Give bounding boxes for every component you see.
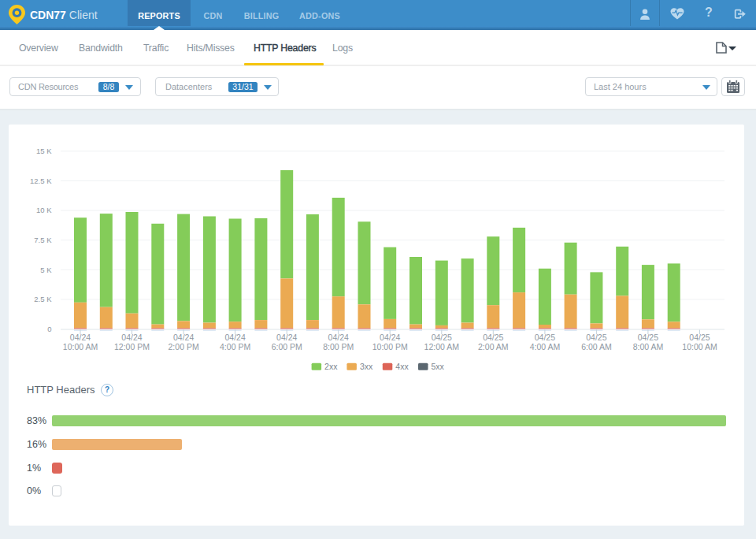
svg-text:10:00 AM: 10:00 AM (682, 342, 717, 351)
svg-text:6:00 PM: 6:00 PM (272, 342, 302, 351)
svg-text:5xx: 5xx (432, 362, 445, 371)
svg-text:7.5 K: 7.5 K (34, 236, 52, 244)
svg-text:04/25: 04/25 (535, 333, 555, 342)
svg-text:2xx: 2xx (324, 362, 338, 371)
svg-text:04/24: 04/24 (380, 333, 400, 342)
svg-text:2.5 K: 2.5 K (34, 295, 52, 303)
svg-text:4xx: 4xx (395, 362, 409, 371)
svg-text:8:00 AM: 8:00 AM (633, 342, 664, 351)
svg-text:04/25: 04/25 (689, 333, 710, 342)
svg-text:04/24: 04/24 (276, 333, 297, 342)
svg-text:12:00 AM: 12:00 AM (424, 342, 459, 351)
svg-text:12:00 PM: 12:00 PM (114, 342, 150, 351)
svg-text:2:00 AM: 2:00 AM (478, 342, 509, 351)
svg-text:04/24: 04/24 (121, 333, 142, 342)
svg-text:04/25: 04/25 (638, 333, 658, 342)
svg-text:12.5 K: 12.5 K (30, 177, 52, 185)
svg-text:10:00 PM: 10:00 PM (372, 342, 408, 351)
svg-text:0: 0 (47, 325, 51, 333)
svg-text:2:00 PM: 2:00 PM (169, 342, 199, 351)
svg-text:5 K: 5 K (40, 266, 52, 274)
svg-text:4:00 PM: 4:00 PM (220, 342, 250, 351)
svg-text:04/24: 04/24 (70, 333, 91, 342)
svg-text:15 K: 15 K (36, 147, 52, 155)
svg-text:3xx: 3xx (360, 362, 373, 371)
svg-text:04/24: 04/24 (224, 333, 245, 342)
svg-text:04/24: 04/24 (328, 333, 349, 342)
svg-text:4:00 AM: 4:00 AM (530, 342, 561, 351)
svg-text:04/25: 04/25 (586, 333, 606, 342)
svg-text:10 K: 10 K (36, 206, 52, 214)
svg-text:04/24: 04/24 (173, 333, 194, 342)
svg-text:8:00 PM: 8:00 PM (323, 342, 354, 351)
svg-text:6:00 AM: 6:00 AM (581, 342, 612, 351)
svg-text:04/25: 04/25 (432, 333, 452, 342)
svg-text:04/25: 04/25 (483, 333, 503, 342)
svg-text:10:00 AM: 10:00 AM (63, 342, 98, 351)
